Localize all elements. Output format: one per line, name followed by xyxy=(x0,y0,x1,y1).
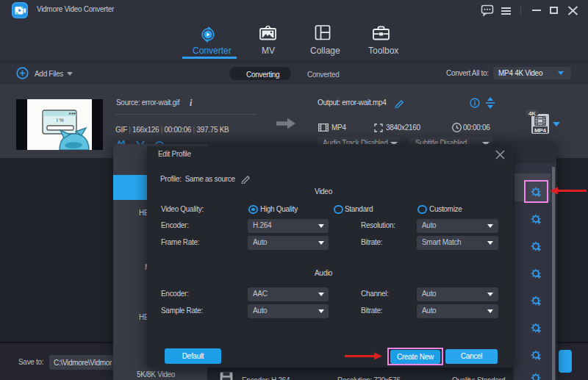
svg-text:l %: l % xyxy=(57,118,64,123)
